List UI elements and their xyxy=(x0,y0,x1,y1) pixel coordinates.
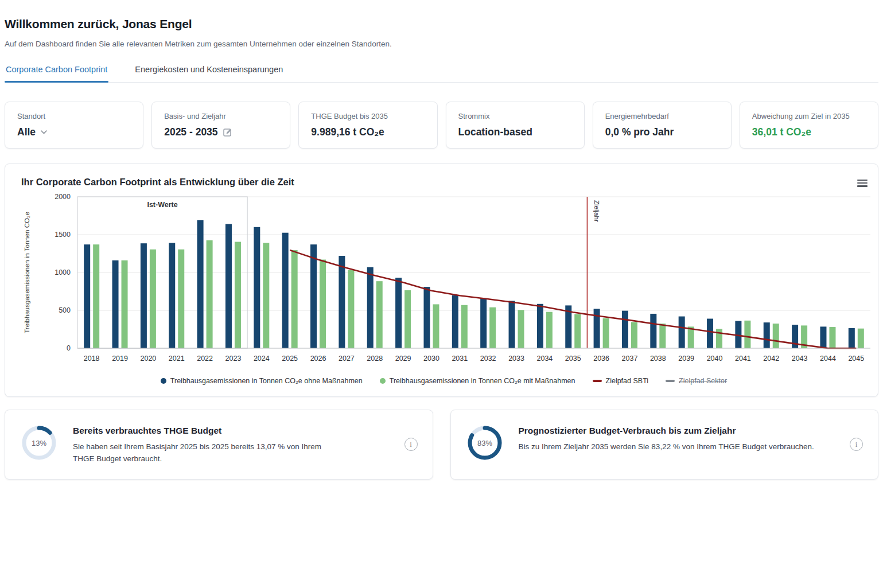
carbon-footprint-chart-card: Ihr Corporate Carbon Footprint als Entwi… xyxy=(5,163,878,397)
bar-ohne-2040 xyxy=(707,319,713,348)
x-tick-2028: 2028 xyxy=(367,355,383,363)
bar-mit-2019 xyxy=(122,260,128,348)
x-tick-2032: 2032 xyxy=(480,355,496,363)
metric-card-row: Standort Alle Basis- und Zieljahr 2025 -… xyxy=(5,102,878,149)
x-tick-2038: 2038 xyxy=(650,355,666,363)
legend-marker-icon xyxy=(161,378,166,384)
x-tick-2018: 2018 xyxy=(84,355,100,363)
page-subtitle: Auf dem Dashboard finden Sie alle releva… xyxy=(5,40,878,48)
metric-label: THGE Budget bis 2035 xyxy=(311,112,425,120)
bar-mit-2021 xyxy=(178,250,184,348)
x-tick-2041: 2041 xyxy=(735,355,751,363)
bar-mit-2036 xyxy=(603,318,609,348)
x-tick-2031: 2031 xyxy=(452,355,468,363)
metric-value-basis-zieljahr: 2025 - 2035 xyxy=(164,126,217,138)
x-tick-2036: 2036 xyxy=(593,355,609,363)
chart-title: Ihr Corporate Carbon Footprint als Entwi… xyxy=(21,177,868,188)
legend-label: Treibhausgasemissionen in Tonnen CO₂e mi… xyxy=(390,377,575,385)
metric-card-standort[interactable]: Standort Alle xyxy=(5,102,143,149)
budget-card-row: 13% Bereits verbrauchtes THGE Budget Sie… xyxy=(5,410,878,480)
info-icon[interactable]: i xyxy=(850,438,863,451)
bar-ohne-2038 xyxy=(650,314,656,348)
x-tick-2033: 2033 xyxy=(508,355,524,363)
chevron-down-icon[interactable] xyxy=(41,130,47,134)
bar-ohne-2026 xyxy=(310,244,317,348)
y-tick-2000: 2000 xyxy=(55,193,71,201)
bar-ohne-2044 xyxy=(820,326,826,348)
x-tick-2037: 2037 xyxy=(622,355,638,363)
metric-value-energiemehrbedarf: 0,0 % pro Jahr xyxy=(605,126,674,138)
metric-label: Energiemehrbedarf xyxy=(605,112,719,120)
metric-value-thge-budget: 9.989,16 t CO₂e xyxy=(311,126,384,138)
bar-mit-2033 xyxy=(518,310,524,348)
bar-mit-2035 xyxy=(574,314,581,348)
bar-mit-2034 xyxy=(546,312,553,348)
legend-marker-icon xyxy=(380,378,386,384)
bar-mit-2020 xyxy=(150,250,156,348)
bar-mit-2018 xyxy=(93,244,99,348)
metric-label: Standort xyxy=(17,112,131,120)
metric-label: Strommix xyxy=(458,112,572,120)
bar-ohne-2031 xyxy=(452,295,458,348)
y-tick-1000: 1000 xyxy=(55,268,71,277)
legend-item-ohne-massnahmen[interactable]: Treibhausgasemissionen in Tonnen CO₂e oh… xyxy=(161,377,363,385)
chart-legend: Treibhausgasemissionen in Tonnen CO₂e oh… xyxy=(20,373,868,391)
bar-ohne-2034 xyxy=(537,304,543,348)
x-tick-2027: 2027 xyxy=(339,355,355,363)
x-tick-2035: 2035 xyxy=(565,355,581,363)
donut-percent-label: 83% xyxy=(477,439,492,447)
bar-mit-2030 xyxy=(433,304,439,348)
donut-consumed: 13% xyxy=(20,424,58,464)
bar-mit-2037 xyxy=(631,322,637,348)
x-tick-2030: 2030 xyxy=(423,355,439,363)
bar-mit-2031 xyxy=(461,305,468,348)
x-tick-2042: 2042 xyxy=(763,355,779,363)
x-tick-2044: 2044 xyxy=(820,355,836,363)
dashboard-page: Willkommen zurück, Jonas Engel Auf dem D… xyxy=(0,0,883,480)
bar-mit-2023 xyxy=(235,242,241,348)
legend-item-zielpfad-sektor[interactable]: Zielpfad Sektor xyxy=(666,377,727,385)
donut-forecast: 83% xyxy=(466,424,504,464)
bar-ohne-2019 xyxy=(112,260,119,348)
x-tick-2029: 2029 xyxy=(395,355,411,363)
zieljahr-label: Zieljahr xyxy=(593,200,600,222)
ist-werte-label: Ist-Werte xyxy=(147,201,177,209)
bar-mit-2038 xyxy=(659,324,666,348)
bar-mit-2040 xyxy=(716,329,722,348)
chart-menu-icon[interactable] xyxy=(856,177,869,189)
y-tick-0: 0 xyxy=(67,344,71,352)
tab-corporate-carbon-footprint[interactable]: Corporate Carbon Footprint xyxy=(5,64,108,82)
metric-card-thge-budget: THGE Budget bis 2035 9.989,16 t CO₂e xyxy=(298,102,437,149)
edit-icon[interactable] xyxy=(223,128,232,137)
bar-mit-2041 xyxy=(744,321,750,348)
bar-ohne-2045 xyxy=(849,328,855,348)
metric-label: Abweichung zum Ziel in 2035 xyxy=(752,112,866,120)
bar-ohne-2028 xyxy=(367,267,374,348)
bar-ohne-2042 xyxy=(764,322,770,348)
bar-ohne-2020 xyxy=(141,243,147,348)
metric-value-standort[interactable]: Alle xyxy=(17,126,36,138)
x-tick-2019: 2019 xyxy=(112,355,128,363)
bar-mit-2044 xyxy=(829,327,835,348)
metric-card-abweichung: Abweichung zum Ziel in 2035 36,01 t CO₂e xyxy=(740,102,878,149)
bar-ohne-2027 xyxy=(339,256,345,348)
budget-card-consumed: 13% Bereits verbrauchtes THGE Budget Sie… xyxy=(5,410,433,480)
legend-label: Zielpfad SBTi xyxy=(606,377,649,385)
budget-card-title: Bereits verbrauchtes THGE Budget xyxy=(73,426,390,436)
budget-card-description: Sie haben seit Ihrem Basisjahr 2025 bis … xyxy=(73,441,330,465)
x-tick-2045: 2045 xyxy=(848,355,864,363)
x-tick-2039: 2039 xyxy=(678,355,694,363)
bar-ohne-2021 xyxy=(169,243,175,348)
bar-ohne-2030 xyxy=(423,287,430,348)
metric-card-basis-zieljahr: Basis- und Zieljahr 2025 - 2035 xyxy=(151,102,290,149)
x-tick-2021: 2021 xyxy=(169,355,185,363)
legend-item-zielpfad-sbti[interactable]: Zielpfad SBTi xyxy=(593,377,649,385)
legend-item-mit-massnahmen[interactable]: Treibhausgasemissionen in Tonnen CO₂e mi… xyxy=(380,377,575,385)
page-title: Willkommen zurück, Jonas Engel xyxy=(5,17,878,31)
donut-percent-label: 13% xyxy=(32,439,46,447)
x-tick-2022: 2022 xyxy=(197,355,213,363)
bar-ohne-2023 xyxy=(225,224,232,348)
info-icon[interactable]: i xyxy=(404,438,418,451)
x-tick-2024: 2024 xyxy=(254,355,270,363)
tab-energiekosten[interactable]: Energiekosten und Kosteneinsparungen xyxy=(134,64,284,82)
